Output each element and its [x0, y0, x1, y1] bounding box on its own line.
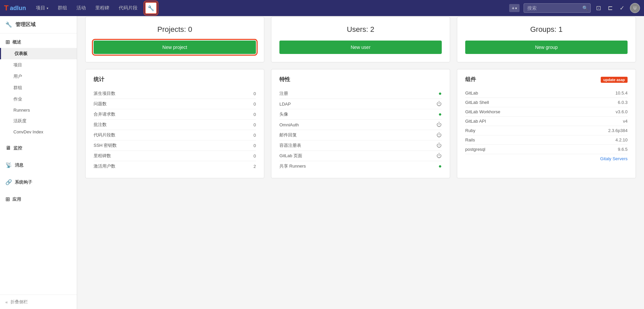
table-row: 批注数0 — [94, 120, 256, 130]
component-label: GitLab Workhorse — [465, 107, 556, 117]
feature-status: ⏻ — [414, 99, 442, 109]
sidebar-messages-header[interactable]: 📡 消息 — [0, 159, 77, 171]
components-table: GitLab10.5.4GitLab Shell6.0.3GitLab Work… — [465, 88, 628, 163]
sidebar-item-convdev[interactable]: ConvDev Index — [0, 127, 77, 137]
component-value: v3.6.0 — [556, 107, 628, 117]
features-card-title: 特性 — [279, 76, 442, 83]
table-row: OmniAuth⏻ — [279, 120, 442, 130]
sidebar-item-projects[interactable]: 项目 — [0, 59, 77, 71]
avatar-label: U — [634, 6, 637, 10]
table-row: 问题数0 — [94, 99, 256, 109]
nav-projects[interactable]: 项目 ▾ — [34, 4, 50, 12]
component-value: 2.3.6p384 — [556, 126, 628, 135]
sidebar-item-users[interactable]: 用户 — [0, 71, 77, 82]
component-value: 9.6.5 — [556, 145, 628, 154]
new-group-button[interactable]: New group — [465, 41, 628, 54]
table-row: GitLab APIv4 — [465, 117, 628, 126]
topnav: Tadlun 项目 ▾ 群组 活动 里程碑 代码片段 🔧 + ▾ 🔍 ⊡ ⊏ ✓… — [0, 0, 644, 16]
sidebar-item-groups[interactable]: 群组 — [0, 82, 77, 94]
stats-card: 统计 派生项目数0问题数0合并请求数0批注数0代码片段数0SSH 密钥数0里程碑… — [85, 69, 264, 178]
nav-milestones[interactable]: 里程碑 — [93, 4, 111, 12]
stat-label: 里程碑数 — [94, 151, 240, 161]
search-input[interactable] — [524, 3, 591, 13]
disabled-icon: ⏻ — [436, 101, 442, 107]
feature-label: 头像 — [279, 109, 414, 120]
table-row: GitLab Workhorsev3.6.0 — [465, 107, 628, 117]
wrench-icon: 🔧 — [148, 5, 154, 11]
sidebar-monitor-header[interactable]: 🖥 监控 — [0, 142, 77, 154]
feature-label: 邮件回复 — [279, 130, 414, 140]
projects-card: Projects: 0 New project — [85, 17, 264, 62]
stat-value: 0 — [240, 140, 256, 151]
table-row: 注册● — [279, 88, 442, 99]
sidebar-hooks-header[interactable]: 🔗 系统钩子 — [0, 176, 77, 186]
search-wrap: 🔍 — [524, 3, 591, 13]
table-row: GitLab10.5.4 — [465, 88, 628, 98]
sidebar-title: 管理区域 — [15, 21, 36, 28]
overview-label: 概述 — [12, 39, 21, 45]
sidebar-item-activity[interactable]: 活跃度 — [0, 115, 77, 127]
sidebar-section-monitor: 🖥 监控 — [0, 140, 77, 157]
feature-label: OmniAuth — [279, 120, 414, 130]
search-icon[interactable]: 🔍 — [582, 5, 588, 11]
sidebar-toggle-icon[interactable]: ⊡ — [595, 3, 602, 13]
component-value: 4.2.10 — [556, 135, 628, 145]
table-row: 合并请求数0 — [94, 109, 256, 120]
table-row: GitLab Shell6.0.3 — [465, 98, 628, 107]
messages-label: 消息 — [15, 162, 23, 168]
feature-status: ⏻ — [414, 130, 442, 140]
component-label: GitLab API — [465, 117, 556, 126]
users-count: Users: 2 — [347, 25, 374, 34]
sidebar-item-jobs[interactable]: 作业 — [0, 94, 77, 105]
top-cards-row: Projects: 0 New project Users: 2 New use… — [85, 17, 636, 62]
sidebar-overview-header[interactable]: ⊞ 概述 — [0, 36, 77, 48]
stat-label: SSH 密钥数 — [94, 140, 240, 151]
hooks-icon: 🔗 — [5, 179, 12, 185]
nav-activity[interactable]: 活动 — [74, 4, 88, 12]
merge-request-icon[interactable]: ⊏ — [606, 3, 614, 13]
component-label — [465, 154, 556, 164]
todos-icon[interactable]: ✓ — [618, 3, 626, 13]
plus-icon: + — [512, 5, 515, 11]
stat-label: 派生项目数 — [94, 88, 240, 99]
stat-value: 0 — [240, 130, 256, 140]
enabled-icon: ● — [438, 90, 442, 96]
feature-status: ● — [414, 161, 442, 172]
new-user-button[interactable]: New user — [279, 41, 442, 54]
component-label: postgresql — [465, 145, 556, 154]
sidebar-item-runners[interactable]: Runners — [0, 105, 77, 115]
projects-count: Projects: 0 — [157, 25, 192, 34]
features-card: 特性 注册●LDAP⏻头像●OmniAuth⏻邮件回复⏻容器注册表⏻GitLab… — [271, 69, 450, 178]
table-row: Gitaly Servers — [465, 154, 628, 164]
nav-snippets[interactable]: 代码片段 — [117, 4, 140, 12]
stat-label: 批注数 — [94, 120, 240, 130]
admin-wrench-button[interactable]: 🔧 — [145, 2, 157, 14]
feature-label: 注册 — [279, 88, 414, 99]
stat-value: 0 — [240, 99, 256, 109]
nav-groups[interactable]: 群组 — [56, 4, 69, 12]
feature-status: ⏻ — [414, 151, 442, 161]
new-dropdown-button[interactable]: + ▾ — [509, 4, 520, 12]
sidebar-item-dashboard[interactable]: 仪表板 — [0, 48, 77, 59]
logo-rest: adlun — [10, 5, 26, 12]
stats-row: 统计 派生项目数0问题数0合并请求数0批注数0代码片段数0SSH 密钥数0里程碑… — [85, 69, 636, 178]
users-card: Users: 2 New user — [271, 17, 450, 62]
stat-label: 合并请求数 — [94, 109, 240, 120]
component-value[interactable]: Gitaly Servers — [556, 154, 628, 164]
logo[interactable]: Tadlun — [4, 4, 26, 12]
table-row: 激活用户数2 — [94, 161, 256, 172]
table-row: 代码片段数0 — [94, 130, 256, 140]
table-row: SSH 密钥数0 — [94, 140, 256, 151]
component-value: 6.0.3 — [556, 98, 628, 107]
chevron-down-icon: ▾ — [47, 6, 48, 10]
new-project-button[interactable]: New project — [94, 41, 256, 54]
component-label: GitLab — [465, 88, 556, 98]
table-row: Rails4.2.10 — [465, 135, 628, 145]
avatar[interactable]: U — [630, 3, 640, 13]
components-card-title: 组件 update asap — [465, 76, 628, 83]
logo-t: T — [4, 4, 8, 12]
stats-table: 派生项目数0问题数0合并请求数0批注数0代码片段数0SSH 密钥数0里程碑数0激… — [94, 88, 256, 171]
table-row: 里程碑数0 — [94, 151, 256, 161]
monitor-label: 监控 — [13, 145, 22, 151]
features-table: 注册●LDAP⏻头像●OmniAuth⏻邮件回复⏻容器注册表⏻GitLab 页面… — [279, 88, 442, 171]
